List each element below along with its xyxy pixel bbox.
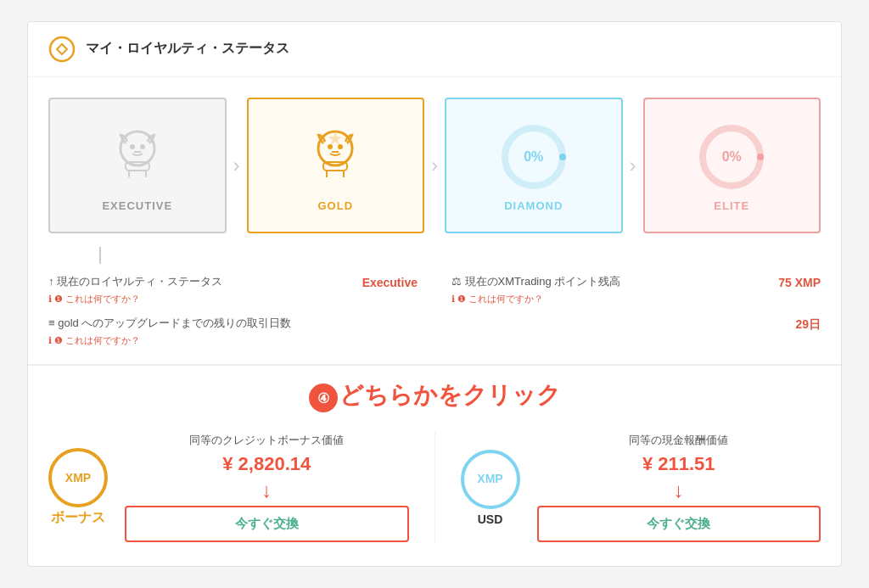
click-banner: ④どちらかをクリック (28, 366, 841, 420)
status-value: Executive (362, 274, 418, 289)
upgrade-help[interactable]: ℹ ❶ これは何ですか？ (48, 334, 291, 347)
bonus-label: ボーナス (51, 509, 105, 527)
points-value: 75 XMP (778, 274, 821, 289)
points-item: ⚖ 現在のXMTrading ポイント残高 ℹ ❶ これは何ですか？ 75 XM… (451, 274, 821, 305)
xmp-usd-logo: XMP USD (461, 450, 520, 526)
elite-pct: 0% (722, 149, 742, 165)
info-icon-3: ℹ (48, 335, 52, 346)
arrow-down-right: ↓ (537, 480, 821, 501)
exchange-left-value: ¥ 2,820.14 (125, 453, 409, 475)
svg-point-3 (140, 144, 145, 149)
svg-marker-9 (328, 132, 342, 145)
svg-point-2 (130, 144, 135, 149)
header-title: マイ・ロイヤルティ・ステータス (86, 40, 289, 58)
exchange-left-details: 同等のクレジットボーナス価値 ¥ 2,820.14 ↓ 今すぐ交換 (125, 433, 409, 542)
upgrade-left: ≡ gold へのアップグレードまでの残りの取引日数 ℹ ❶ これは何ですか？ (48, 316, 291, 347)
status-help[interactable]: ℹ ❶ これは何ですか？ (48, 293, 222, 305)
diamond-label: DIAMOND (504, 199, 563, 212)
status-title: ↑ 現在のロイヤルティ・ステータス (48, 274, 222, 289)
gold-label: GOLD (317, 199, 353, 212)
info-section: ↑ 現在のロイヤルティ・ステータス ℹ ❶ これは何ですか？ Executive… (28, 247, 841, 366)
exchange-card-right: XMP USD 同等の現金報酬価値 ¥ 211.51 ↓ 今すぐ交換 (461, 433, 821, 542)
status-left: ↑ 現在のロイヤルティ・ステータス ℹ ❶ これは何ですか？ (48, 274, 222, 305)
elite-ring: 0% (698, 123, 765, 191)
svg-point-6 (328, 144, 333, 149)
exchange-left-label: 同等のクレジットボーナス価値 (125, 433, 409, 448)
upgrade-title: ≡ gold へのアップグレードまでの残りの取引日数 (48, 316, 291, 331)
diamond-ring: 0% (500, 123, 568, 191)
exchange-right-label: 同等の現金報酬価値 (537, 433, 821, 448)
exchange-right-details: 同等の現金報酬価値 ¥ 211.51 ↓ 今すぐ交換 (537, 433, 821, 542)
exchange-card-left: XMP ボーナス 同等のクレジットボーナス価値 ¥ 2,820.14 ↓ 今すぐ… (48, 433, 409, 542)
upgrade-item: ≡ gold へのアップグレードまでの残りの取引日数 ℹ ❶ これは何ですか？ … (48, 316, 821, 347)
info-grid: ↑ 現在のロイヤルティ・ステータス ℹ ❶ これは何ですか？ Executive… (48, 274, 821, 347)
points-help[interactable]: ℹ ❶ これは何ですか？ (451, 293, 620, 305)
info-arrow-line (99, 247, 101, 264)
xmp-right-text: XMP (477, 472, 502, 486)
loyalty-status-panel: マイ・ロイヤルティ・ステータス EXECUTIVE › (27, 21, 842, 568)
info-icon-2: ℹ (451, 294, 455, 305)
info-icon-1: ℹ (48, 294, 52, 305)
elite-label: ELITE (714, 199, 749, 212)
bull-icon-gold (301, 123, 369, 191)
svg-point-0 (50, 37, 74, 61)
bull-icon-executive (104, 123, 171, 191)
click-text: ④どちらかをクリック (309, 382, 561, 408)
upgrade-value: 29日 (795, 316, 821, 333)
arrow-down-left: ↓ (125, 480, 409, 501)
diamond-pct: 0% (524, 149, 543, 165)
exchange-divider (434, 433, 435, 542)
circle-number: ④ (309, 384, 338, 412)
status-cards-row: EXECUTIVE › GOLD › (28, 77, 841, 247)
exchange-left-button[interactable]: 今すぐ交換 (125, 506, 409, 542)
current-status-item: ↑ 現在のロイヤルティ・ステータス ℹ ❶ これは何ですか？ Executive (48, 274, 418, 305)
xmp-bonus-logo: XMP ボーナス (48, 448, 108, 527)
status-card-diamond: 0% DIAMOND (445, 98, 623, 233)
arrow-2: › (424, 154, 445, 177)
xmp-left-text: XMP (65, 471, 91, 485)
status-card-executive: EXECUTIVE (48, 98, 227, 233)
xmp-blue-circle: XMP (461, 450, 520, 509)
points-left: ⚖ 現在のXMTrading ポイント残高 ℹ ❶ これは何ですか？ (451, 274, 620, 305)
status-card-elite: 0% ELITE (643, 98, 821, 233)
status-card-gold: GOLD (247, 98, 425, 233)
arrow-1: › (227, 154, 247, 177)
xmp-orange-circle: XMP (48, 448, 108, 507)
points-title: ⚖ 現在のXMTrading ポイント残高 (451, 274, 620, 289)
executive-label: EXECUTIVE (102, 199, 172, 212)
svg-point-7 (338, 144, 343, 149)
loyalty-icon (48, 36, 76, 63)
panel-header: マイ・ロイヤルティ・ステータス (28, 22, 841, 77)
usd-label: USD (478, 512, 503, 526)
exchange-row: XMP ボーナス 同等のクレジットボーナス価値 ¥ 2,820.14 ↓ 今すぐ… (28, 419, 841, 566)
exchange-right-value: ¥ 211.51 (537, 453, 821, 475)
exchange-right-button[interactable]: 今すぐ交換 (537, 506, 821, 542)
arrow-3: › (623, 154, 643, 177)
